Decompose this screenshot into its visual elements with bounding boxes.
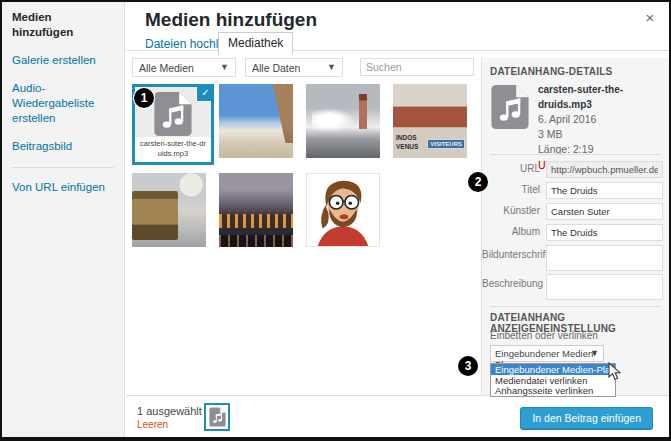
audio-file-icon	[209, 407, 226, 427]
date-filter[interactable]: Alle Daten ▼	[245, 58, 343, 77]
url-label: URL	[482, 163, 540, 175]
media-item-lighthouse-photo[interactable]	[306, 84, 380, 158]
artist-label: Künstler	[482, 205, 540, 217]
embed-or-link-dropdown: Eingebundener Medien-Player Mediendatei …	[490, 363, 616, 397]
date-filter-value: Alle Daten	[252, 62, 300, 74]
embed-or-link-select[interactable]: Eingebundener Medien-Pl ▼	[490, 345, 604, 362]
option-link-attachment-page[interactable]: Anhangsseite verlinken	[491, 385, 615, 396]
file-name: carsten-suter-the-druids.mp3	[538, 83, 669, 112]
audio-file-icon	[153, 91, 193, 141]
album-field[interactable]	[546, 224, 663, 241]
media-item-night-city-photo[interactable]	[219, 173, 293, 247]
selected-audio-thumbnail[interactable]	[204, 403, 230, 431]
selected-count: 1 ausgewählt	[137, 405, 202, 417]
media-item-tram-photo[interactable]	[132, 173, 206, 247]
sign-text: INDOSVENUS	[396, 133, 418, 153]
description-label: Beschreibung	[482, 278, 540, 290]
album-label: Album	[482, 226, 540, 238]
artist-field[interactable]	[546, 203, 663, 220]
close-icon[interactable]: ×	[640, 8, 660, 28]
sidebar-item-create-audio-playlist[interactable]: Audio-Wiedergabeliste erstellen	[12, 81, 114, 126]
option-embedded-media-player[interactable]: Eingebundener Medien-Player	[491, 364, 615, 375]
caption-field[interactable]	[546, 245, 663, 271]
title-label: Titel	[482, 184, 540, 196]
chevron-down-icon: ▼	[220, 62, 229, 72]
title-field[interactable]	[546, 182, 663, 199]
divider	[490, 154, 661, 155]
annotation-badge-1: 1	[134, 88, 154, 108]
url-field[interactable]	[546, 161, 663, 178]
file-length: Länge: 2:19	[538, 142, 669, 157]
media-item-filename: carsten-suter-the-druids.mp3	[135, 137, 211, 162]
chevron-down-icon: ▼	[590, 348, 599, 358]
mouse-cursor-icon	[608, 362, 622, 382]
file-size: 3 MB	[538, 127, 669, 142]
chevron-down-icon: ▼	[327, 62, 336, 72]
insert-into-post-button[interactable]: In den Beitrag einfügen	[520, 407, 653, 430]
tab-media-library[interactable]: Mediathek	[218, 32, 293, 55]
modal-toolbar: 1 ausgewählt Leeren In den Beitrag einfü…	[126, 395, 669, 437]
annotation-badge-2: 2	[468, 172, 488, 192]
add-media-modal: Medien hinzufügen Galerie erstellen Audi…	[0, 0, 671, 441]
file-meta: carsten-suter-the-druids.mp3 6. April 20…	[538, 83, 669, 173]
clear-selection-link[interactable]: Leeren	[137, 419, 168, 430]
annotation-badge-3: 3	[458, 356, 478, 376]
option-link-media-file[interactable]: Mediendatei verlinken	[491, 375, 615, 386]
description-field[interactable]	[546, 274, 663, 300]
media-item-rusty-sign-photo[interactable]: INDOSVENUS VISITEURS	[393, 84, 467, 158]
sidebar-item-featured-image[interactable]: Beitragsbild	[12, 139, 114, 154]
media-item-avatar-cartoon[interactable]	[306, 173, 380, 247]
modal-title: Medien hinzufügen	[145, 9, 317, 31]
avatar	[307, 174, 379, 246]
checkmark-icon[interactable]: ✓	[197, 84, 214, 101]
sidebar-item-insert-from-url[interactable]: Von URL einfügen	[12, 180, 114, 195]
details-heading: DATEIANHANG-DETAILS	[490, 66, 612, 77]
sidebar-item-create-gallery[interactable]: Galerie erstellen	[12, 53, 114, 68]
media-modal-menu: Medien hinzufügen Galerie erstellen Audi…	[2, 2, 125, 437]
caption-label: Bildunterschrift	[482, 249, 540, 261]
file-date: 6. April 2016	[538, 112, 669, 127]
audio-file-icon	[490, 84, 530, 132]
sidebar-item-insert-media[interactable]: Medien hinzufügen	[12, 10, 114, 40]
media-type-filter-value: Alle Medien	[139, 62, 194, 74]
sign-chip-text: VISITEURS	[427, 139, 465, 149]
embed-or-link-label: Einbetten oder verlinken	[490, 330, 598, 341]
media-type-filter[interactable]: Alle Medien ▼	[132, 58, 236, 77]
attachment-details-panel: DATEIANHANG-DETAILS carsten-suter-the-dr…	[481, 58, 669, 395]
media-item-coast-photo[interactable]	[219, 84, 293, 158]
divider	[490, 306, 661, 307]
menu-separator	[12, 167, 114, 168]
search-input[interactable]	[360, 58, 474, 76]
